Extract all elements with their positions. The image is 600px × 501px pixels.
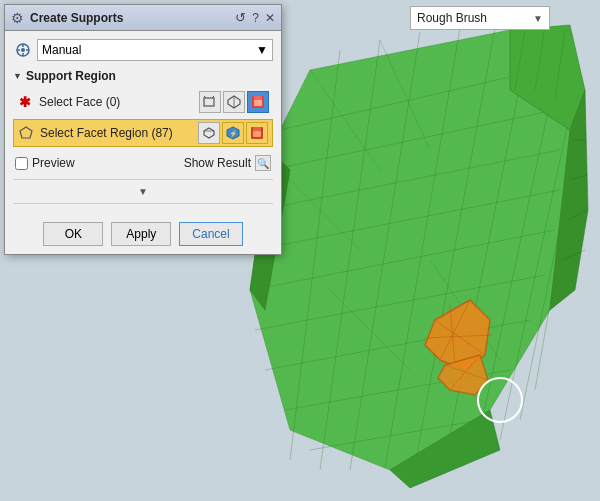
facet-btn-1[interactable] bbox=[198, 122, 220, 144]
cancel-button[interactable]: Cancel bbox=[179, 222, 242, 246]
svg-rect-57 bbox=[254, 100, 262, 106]
svg-marker-59 bbox=[20, 127, 32, 138]
asterisk-icon: ✱ bbox=[17, 94, 33, 110]
select-facet-label: Select Facet Region (87) bbox=[40, 126, 198, 140]
apply-button[interactable]: Apply bbox=[111, 222, 171, 246]
svg-rect-51 bbox=[204, 98, 214, 106]
expand-row: ▼ bbox=[13, 184, 273, 199]
dialog-title: Create Supports bbox=[30, 11, 235, 25]
brush-dropdown[interactable]: Rough Brush ▼ bbox=[410, 6, 550, 30]
divider-1 bbox=[13, 179, 273, 180]
svg-point-46 bbox=[21, 48, 25, 52]
button-row: OK Apply Cancel bbox=[5, 216, 281, 254]
ok-button[interactable]: OK bbox=[43, 222, 103, 246]
brush-arrow-icon: ▼ bbox=[533, 13, 543, 24]
preview-check: Preview bbox=[15, 156, 75, 170]
manual-icon bbox=[13, 40, 33, 60]
select-facet-buttons: ⚡ bbox=[198, 122, 268, 144]
preview-label: Preview bbox=[32, 156, 75, 170]
section-toggle-icon[interactable]: ▼ bbox=[13, 71, 22, 81]
section-label: Support Region bbox=[26, 69, 116, 83]
svg-text:⚡: ⚡ bbox=[229, 129, 238, 138]
brush-label: Rough Brush bbox=[417, 11, 487, 25]
dialog-title-bar: ⚙ Create Supports ↺ ? ✕ bbox=[5, 5, 281, 31]
preview-checkbox[interactable] bbox=[15, 157, 28, 170]
3d-mesh bbox=[230, 10, 590, 490]
face-btn-1[interactable] bbox=[199, 91, 221, 113]
manual-row: Manual ▼ bbox=[13, 39, 273, 61]
svg-rect-66 bbox=[253, 127, 261, 131]
select-face-label: Select Face (0) bbox=[39, 95, 199, 109]
preview-row: Preview Show Result 🔍 bbox=[13, 155, 273, 171]
svg-rect-65 bbox=[253, 131, 261, 137]
create-supports-dialog: ⚙ Create Supports ↺ ? ✕ Manual bbox=[4, 4, 282, 255]
facet-btn-3[interactable] bbox=[246, 122, 268, 144]
divider-2 bbox=[13, 203, 273, 204]
polygon-icon bbox=[18, 125, 34, 141]
manual-select[interactable]: Manual ▼ bbox=[37, 39, 273, 61]
show-result: Show Result 🔍 bbox=[184, 155, 271, 171]
manual-label: Manual bbox=[42, 43, 81, 57]
manual-arrow-icon: ▼ bbox=[256, 43, 268, 57]
help-icon[interactable]: ? bbox=[252, 11, 259, 25]
support-region-header: ▼ Support Region bbox=[13, 69, 273, 83]
dialog-content: Manual ▼ ▼ Support Region ✱ Select Face … bbox=[5, 31, 281, 216]
svg-rect-58 bbox=[254, 96, 262, 100]
face-btn-3[interactable] bbox=[247, 91, 269, 113]
search-icon[interactable]: 🔍 bbox=[255, 155, 271, 171]
gear-icon: ⚙ bbox=[11, 10, 24, 26]
select-face-buttons bbox=[199, 91, 269, 113]
refresh-icon[interactable]: ↺ bbox=[235, 10, 246, 25]
svg-marker-60 bbox=[204, 128, 214, 138]
close-icon[interactable]: ✕ bbox=[265, 11, 275, 25]
face-btn-2[interactable] bbox=[223, 91, 245, 113]
show-result-label: Show Result bbox=[184, 156, 251, 170]
title-controls: ↺ ? ✕ bbox=[235, 10, 275, 25]
facet-btn-2[interactable]: ⚡ bbox=[222, 122, 244, 144]
select-face-row: ✱ Select Face (0) bbox=[13, 89, 273, 115]
select-facet-row: Select Facet Region (87) ⚡ bbox=[13, 119, 273, 147]
expand-arrow-icon[interactable]: ▼ bbox=[138, 186, 148, 197]
